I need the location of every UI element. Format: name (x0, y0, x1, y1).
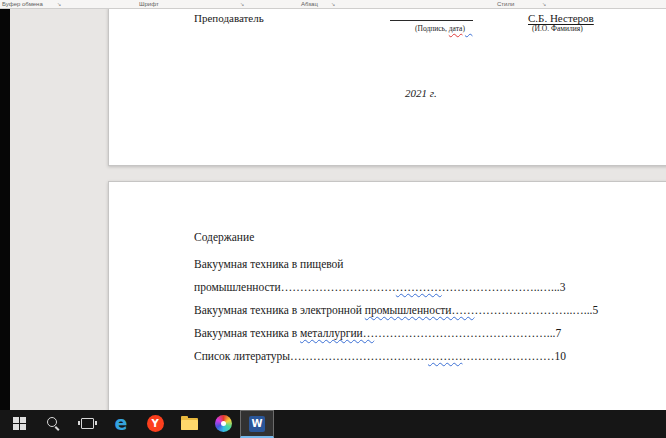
magnifier-icon (46, 416, 61, 431)
start-button[interactable] (2, 410, 36, 438)
toc-line-text: Вакуумная техника в электронной (194, 304, 365, 316)
ribbon-group-styles-label: Стили (497, 0, 514, 8)
toc-line-text: ………………………… (281, 281, 396, 293)
windows-logo-icon (13, 417, 26, 430)
instructor-name-caption: (И.О. Фамилия) (532, 24, 583, 33)
ribbon-strip: Буфер обмена ↘ Шрифт ↘ Абзац ↘ Стили ↘ (0, 0, 666, 9)
toc-line-spellcheck-marked: металлургии… (300, 327, 374, 339)
task-view-icon (81, 418, 94, 429)
screen: Буфер обмена ↘ Шрифт ↘ Абзац ↘ Стили ↘ П… (0, 0, 666, 438)
yandex-icon: Y (147, 415, 164, 432)
toc-line: Вакуумная техника в электронной промышле… (194, 299, 639, 322)
color-wheel-icon (215, 415, 232, 432)
teacher-label: Преподаватель (194, 12, 264, 24)
desktop-background-strip (0, 9, 10, 410)
toc-line-text: ……………………………… (290, 350, 428, 362)
taskbar: eYW (0, 410, 666, 438)
ribbon-group-clipboard-label: Буфер обмена (2, 0, 43, 8)
document-editing-area[interactable]: Преподаватель (Подпись, дата) С.Б. Несте… (10, 9, 666, 410)
toc-line: Вакуумная техника в пищевой (194, 253, 639, 276)
ribbon-group-paragraph-label: Абзац (301, 0, 318, 8)
file-explorer-button[interactable] (172, 410, 206, 438)
document-page-2[interactable]: Содержание Вакуумная техника в пищевойпр… (108, 181, 666, 410)
signature-caption-spellcheck-marked: дата (449, 24, 463, 33)
word-button[interactable]: W (240, 410, 274, 438)
signature-line (390, 10, 473, 21)
toc-line-text: ……………………..…...5 (475, 304, 599, 316)
toc-line: промышленности…………………………………………………………..….… (194, 276, 639, 299)
paragraph-dialog-launcher-icon[interactable]: ↘ (331, 0, 335, 8)
toc-line-spellcheck-marked: ………… (396, 281, 442, 293)
clipboard-dialog-launcher-icon[interactable]: ↘ (57, 0, 61, 8)
toc-line-text: Вакуумная техника в пищевой (194, 258, 344, 270)
toc-line: Вакуумная техника в металлургии………………………… (194, 322, 639, 345)
color-wheel-app-button[interactable] (206, 410, 240, 438)
toc-line-text: ……………………..…...3 (442, 281, 566, 293)
instructor-name: С.Б. Нестеров (528, 12, 594, 24)
toc-line-text: промышленности (194, 281, 281, 293)
styles-dialog-launcher-icon[interactable]: ↘ (542, 0, 546, 8)
font-dialog-launcher-icon[interactable]: ↘ (240, 0, 244, 8)
toc-line: Список литературы……………………………………………………………… (194, 345, 639, 368)
signature-caption: (Подпись, дата) (415, 24, 472, 33)
document-page-1[interactable]: Преподаватель (Подпись, дата) С.Б. Несте… (108, 9, 666, 166)
signature-caption-text: (Подпись, (415, 24, 449, 33)
signature-caption-spellcheck-marked (465, 24, 473, 33)
toc-heading: Содержание (194, 231, 254, 243)
toc-line-text: ………………………………………...7 (374, 327, 561, 339)
ribbon-group-font-label: Шрифт (139, 0, 159, 8)
year-text: 2021 г. (405, 87, 437, 99)
toc-line-spellcheck-marked: ……… (428, 350, 463, 362)
word-icon: W (249, 416, 265, 432)
toc-line-text: Вакуумная техника в (194, 327, 300, 339)
task-view-button[interactable] (70, 410, 104, 438)
toc-line-spellcheck-marked: промышленности…… (365, 304, 475, 316)
folder-icon (181, 418, 198, 430)
edge-browser-button[interactable]: e (104, 410, 138, 438)
edge-icon: e (115, 414, 128, 433)
toc-line-text: ……………………10 (462, 350, 566, 362)
search-button[interactable] (36, 410, 70, 438)
toc-list: Вакуумная техника в пищевойпромышленност… (194, 253, 639, 368)
yandex-browser-button[interactable]: Y (138, 410, 172, 438)
toc-line-text: Список литературы (194, 350, 290, 362)
